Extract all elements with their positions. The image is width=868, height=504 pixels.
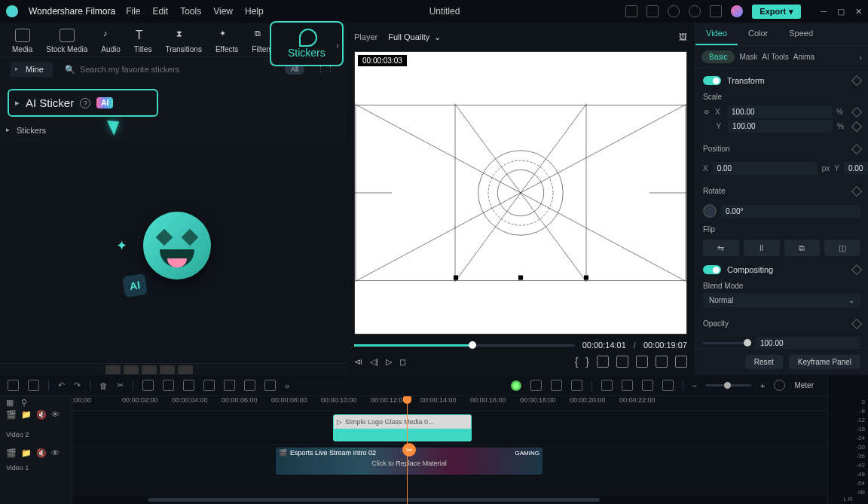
quality-select[interactable]: Full Quality⌄	[388, 32, 441, 42]
volume-icon[interactable]	[656, 356, 668, 368]
kf-opacity-icon[interactable]	[851, 318, 862, 328]
titlebar-icon-2[interactable]	[646, 5, 659, 17]
tab-stickers[interactable]: Stickers	[270, 21, 344, 66]
flip-h-button[interactable]: ⇋	[703, 240, 739, 256]
snapshot-icon[interactable]: 🖼	[679, 32, 687, 41]
track1-folder-icon[interactable]: 📁	[21, 448, 32, 458]
account-avatar-icon[interactable]	[731, 5, 743, 17]
tab-transitions[interactable]: ⧗Transitions	[165, 29, 202, 53]
tab-stock-media[interactable]: Stock Media	[46, 29, 87, 53]
tl-mic-icon[interactable]	[571, 380, 582, 391]
tab-titles[interactable]: TTitles	[134, 29, 152, 53]
crop-icon[interactable]	[142, 380, 154, 391]
tl-music-icon[interactable]	[601, 380, 613, 391]
record-icon[interactable]	[511, 380, 521, 391]
flip-copy-button[interactable]: ⧉	[784, 240, 821, 256]
text-icon[interactable]	[163, 380, 174, 391]
timeline-ruler[interactable]: :00:00 00:00:02:00 00:00:04:00 00:00:06:…	[72, 396, 827, 411]
titlebar-icon-1[interactable]	[625, 5, 637, 17]
zoom-out-icon[interactable]: −	[692, 381, 697, 390]
reset-button[interactable]: Reset	[745, 355, 783, 369]
flip-crop-button[interactable]: ◫	[824, 240, 860, 256]
flip-v-button[interactable]: ⥯	[744, 240, 780, 256]
track-vid-icon[interactable]: 🎬	[6, 410, 17, 420]
tab-color[interactable]: Color	[738, 23, 778, 45]
kf-comp-icon[interactable]	[851, 264, 862, 275]
tab-audio[interactable]: ♪Audio	[101, 29, 121, 53]
kf-rot-icon[interactable]	[851, 185, 862, 196]
color-icon[interactable]	[203, 380, 215, 391]
meter-label[interactable]: Meter	[794, 381, 814, 389]
subtab-mask[interactable]: Mask	[739, 53, 757, 61]
scale-x-input[interactable]	[727, 105, 832, 118]
video-preview[interactable]: 00:00:03:03	[354, 51, 687, 334]
menu-edit[interactable]: Edit	[153, 6, 169, 17]
tl-audio-icon[interactable]	[551, 380, 562, 391]
menu-tools[interactable]: Tools	[180, 6, 201, 17]
timeline-scrollbar[interactable]	[72, 496, 827, 504]
tl-tool-1[interactable]	[8, 380, 19, 391]
tl-tool-2[interactable]	[28, 380, 39, 391]
kf-pos-icon[interactable]	[851, 143, 862, 154]
pos-x-input[interactable]	[713, 162, 818, 175]
scale-y-input[interactable]	[728, 120, 833, 133]
blend-mode-select[interactable]: Normal⌄	[703, 293, 860, 307]
mark-in-icon[interactable]: {	[575, 356, 579, 368]
cut-icon[interactable]: ✂	[117, 380, 124, 390]
tab-video[interactable]: Video	[695, 23, 738, 45]
toolbar-more-icon[interactable]: ›	[336, 41, 339, 50]
opacity-slider[interactable]	[703, 342, 751, 344]
fullscreen-icon[interactable]	[675, 356, 687, 368]
preview-option-icon-3[interactable]	[636, 356, 648, 368]
menu-view[interactable]: View	[213, 6, 233, 17]
tl-marker-icon[interactable]	[530, 380, 542, 391]
tl-link-icon[interactable]	[642, 380, 653, 391]
track-mute-icon[interactable]: 🔇	[36, 410, 47, 420]
track1-eye-icon[interactable]: 👁	[51, 448, 60, 457]
tree-ai-sticker[interactable]: AI Sticker ? AI	[8, 89, 158, 117]
export-button[interactable]: Export▾	[752, 5, 801, 19]
zoom-fit-icon[interactable]	[774, 380, 785, 391]
tab-media[interactable]: Media	[12, 29, 32, 53]
delete-icon[interactable]: 🗑	[99, 381, 108, 390]
transform-toggle[interactable]	[703, 76, 721, 85]
track1-vid-icon[interactable]: 🎬	[6, 448, 17, 458]
step-back-icon[interactable]: ◁|	[370, 357, 378, 367]
tl-magnet-icon[interactable]	[622, 380, 633, 391]
track-folder-icon[interactable]: 📁	[21, 410, 32, 420]
speed-icon[interactable]	[183, 380, 194, 391]
help-icon[interactable]: ?	[80, 98, 90, 108]
cloud-icon[interactable]	[668, 5, 680, 17]
preview-option-icon-1[interactable]	[597, 356, 609, 368]
kf-scale-y-icon[interactable]	[851, 121, 862, 132]
kf-scale-x-icon[interactable]	[851, 106, 862, 117]
opacity-input[interactable]	[756, 337, 860, 348]
tab-effects[interactable]: ✦Effects	[215, 29, 238, 53]
mark-out-icon[interactable]: }	[585, 356, 589, 368]
subtab-anima[interactable]: Anima	[793, 53, 815, 61]
undo-icon[interactable]: ↶	[58, 380, 65, 390]
rotate-input[interactable]	[721, 205, 860, 218]
menu-file[interactable]: File	[126, 6, 140, 17]
tree-stickers[interactable]: Stickers	[0, 121, 347, 139]
headphones-icon[interactable]	[689, 5, 701, 17]
split-icon[interactable]: ✂	[402, 443, 416, 457]
search-input[interactable]	[80, 65, 273, 74]
tl-tool-c[interactable]	[264, 380, 276, 391]
clip-video-2[interactable]: ▷Simple Logo Glass Media 0...	[333, 414, 472, 441]
pos-y-input[interactable]	[844, 162, 868, 175]
tab-speed[interactable]: Speed	[778, 23, 824, 45]
preview-option-icon-2[interactable]	[616, 356, 628, 368]
scrub-bar[interactable]	[354, 344, 575, 347]
play-icon[interactable]: ▷	[386, 357, 392, 367]
menu-help[interactable]: Help	[245, 6, 264, 17]
lock-icon[interactable]: ⭘	[703, 108, 711, 116]
redo-icon[interactable]: ↷	[74, 380, 81, 390]
zoom-slider[interactable]	[706, 384, 751, 386]
zoom-in-icon[interactable]: +	[760, 381, 765, 390]
subtab-more-icon[interactable]: ›	[859, 53, 862, 62]
tl-tool-a[interactable]	[224, 380, 235, 391]
tl-more-icon[interactable]: »	[285, 381, 289, 390]
tl-tool-b[interactable]	[244, 380, 255, 391]
tl-group-icon[interactable]	[662, 380, 674, 391]
